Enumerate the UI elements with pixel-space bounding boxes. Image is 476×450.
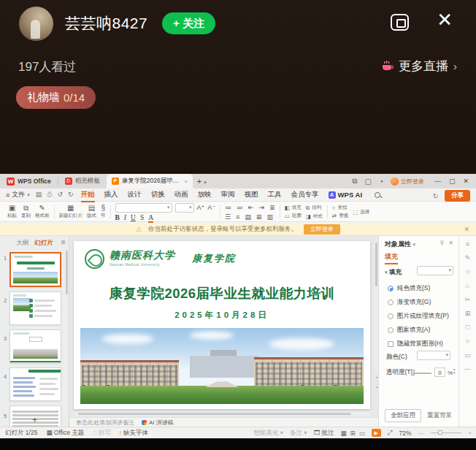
- normal-view-icon[interactable]: ▦: [341, 430, 347, 437]
- sorter-view-icon[interactable]: ⊞: [350, 430, 356, 437]
- reading-view-icon[interactable]: ▭: [359, 430, 365, 437]
- horizontal-scrollbar[interactable]: [74, 412, 371, 416]
- tab-insert[interactable]: 插入: [104, 190, 118, 199]
- copy-button[interactable]: ⧉复制: [21, 205, 31, 219]
- strip-icon-5[interactable]: ✂: [465, 296, 471, 303]
- zoom-slider-handle[interactable]: [438, 430, 442, 435]
- quick-style-button[interactable]: ◨样式: [306, 213, 323, 220]
- shape-fill-button[interactable]: ◧填充: [285, 205, 302, 211]
- select-button[interactable]: ⬚选择: [353, 209, 369, 216]
- more-livestreams-link[interactable]: 更多直播 ›: [380, 58, 457, 75]
- line-spacing-icon[interactable]: ≣: [269, 204, 275, 211]
- arrange-button[interactable]: ⧉排列: [306, 205, 323, 212]
- option-hide-background[interactable]: 隐藏背景图形(H): [388, 340, 443, 348]
- strip-icon-2[interactable]: ✎: [465, 254, 471, 262]
- section-button[interactable]: §节: [101, 205, 106, 219]
- panel-menu-icon[interactable]: ≣: [61, 239, 66, 245]
- notes-toggle[interactable]: 备注 ▾: [290, 429, 307, 438]
- main-slide[interactable]: 赣南医科大学 Gannan Medical University 康复学院 康复…: [74, 241, 370, 409]
- minimize-icon[interactable]: —: [434, 178, 441, 185]
- search-icon[interactable]: [375, 192, 380, 198]
- option-pattern-fill[interactable]: 图案填充(A): [388, 326, 430, 335]
- gift-wall-badge[interactable]: 礼物墙 0/14: [16, 86, 96, 109]
- strip-icon-10[interactable]: —: [464, 365, 471, 373]
- shadow-button[interactable]: S: [140, 214, 144, 221]
- opacity-stepper[interactable]: ▴▾: [453, 367, 456, 375]
- strip-icon-1[interactable]: ≡: [466, 240, 469, 248]
- tab-member[interactable]: 会员专享: [291, 190, 319, 199]
- shape-outline-button[interactable]: ▭轮廓: [285, 213, 302, 219]
- number-list-icon[interactable]: ≕: [237, 204, 243, 211]
- find-button[interactable]: ○查找: [332, 205, 348, 211]
- color-dropdown[interactable]: [417, 351, 450, 360]
- close-icon[interactable]: ✕: [437, 10, 453, 29]
- tab-review[interactable]: 审阅: [221, 190, 235, 199]
- opacity-slider-track[interactable]: [412, 373, 431, 374]
- italic-button[interactable]: I: [124, 214, 126, 221]
- layout-button[interactable]: ▤版式: [87, 205, 96, 219]
- paste-button[interactable]: ▣粘贴: [7, 205, 17, 219]
- tab-design[interactable]: 设计: [128, 190, 142, 199]
- slide-thumbnail-4[interactable]: [9, 367, 61, 401]
- align-left-icon[interactable]: ☰: [225, 213, 231, 221]
- zoom-level[interactable]: 72%: [399, 430, 412, 437]
- bold-button[interactable]: B: [115, 214, 120, 221]
- fill-preset-dropdown[interactable]: [417, 266, 453, 275]
- tab-transition[interactable]: 切换: [151, 190, 165, 199]
- play-slideshow-button[interactable]: ▶: [372, 429, 381, 437]
- tab-slides[interactable]: 幻灯片: [34, 239, 53, 248]
- account-entry[interactable]: 立即登录: [391, 178, 424, 186]
- format-painter-button[interactable]: ✎格式刷: [35, 205, 50, 219]
- properties-header[interactable]: 对象属性 ▾: [385, 240, 415, 249]
- follow-button[interactable]: + 关注: [162, 12, 215, 34]
- replace-button[interactable]: ⇄替换: [332, 213, 348, 219]
- slide-thumbnail-2[interactable]: [9, 291, 61, 325]
- file-menu[interactable]: ≡ 文件 ▾: [0, 190, 36, 199]
- tab-slideshow[interactable]: 放映: [198, 190, 212, 199]
- sync-icon[interactable]: ↻: [433, 192, 439, 200]
- maximize-icon[interactable]: ▢: [449, 178, 456, 185]
- tab-view[interactable]: 视图: [245, 190, 258, 199]
- print-icon[interactable]: ⎙: [47, 191, 52, 199]
- strip-icon-8[interactable]: ○: [466, 338, 469, 345]
- slide-thumbnail-1[interactable]: [9, 252, 61, 287]
- strip-icon-7[interactable]: □: [466, 324, 469, 331]
- panel-close-icon[interactable]: ✕: [448, 240, 453, 246]
- save-icon[interactable]: ▤: [36, 191, 42, 199]
- redo-icon[interactable]: ↻: [68, 191, 74, 199]
- window-close-icon[interactable]: ✕: [463, 178, 469, 185]
- share-button[interactable]: 分享: [445, 190, 470, 202]
- docer-template-tab[interactable]: D 稻壳模板: [58, 174, 107, 188]
- login-now-button[interactable]: 立即登录: [304, 224, 340, 234]
- tab-home[interactable]: 开始: [81, 190, 95, 199]
- option-picture-fill[interactable]: 图片或纹理填充(P): [388, 312, 449, 321]
- strip-icon-3[interactable]: ☆: [464, 268, 470, 275]
- outdent-icon[interactable]: ⇤: [248, 204, 254, 211]
- wps-home-tab[interactable]: W WPS Office: [0, 174, 58, 188]
- strip-icon-9[interactable]: ▭: [464, 351, 471, 359]
- apply-all-button[interactable]: 全部应用: [385, 409, 421, 422]
- font-name-select[interactable]: [115, 203, 172, 213]
- font-size-select[interactable]: [175, 203, 194, 213]
- new-tab-button[interactable]: + ▾: [197, 177, 207, 186]
- tab-animation[interactable]: 动画: [174, 190, 188, 199]
- fill-tab[interactable]: 填充: [385, 252, 398, 264]
- streamer-avatar[interactable]: [19, 7, 53, 41]
- globe-icon[interactable]: ◔: [379, 178, 383, 186]
- bullet-list-icon[interactable]: ≔: [225, 204, 231, 211]
- document-tab-close-icon[interactable]: ×: [184, 178, 188, 185]
- decrease-font-icon[interactable]: A⁻: [207, 204, 215, 211]
- document-tab[interactable]: P 康复学院2026届毕业生就业能力培训 ×: [107, 174, 193, 188]
- columns-icon[interactable]: ⊞: [256, 213, 262, 221]
- align-center-icon[interactable]: ≡: [236, 213, 239, 221]
- missing-fonts-indicator[interactable]: ! 缺失字体: [120, 429, 148, 438]
- increase-font-icon[interactable]: A⁺: [197, 204, 205, 211]
- tab-tools[interactable]: 工具: [268, 190, 282, 199]
- layout-switch-icon[interactable]: ⧉: [352, 177, 357, 186]
- slide-thumbnail-3[interactable]: [9, 329, 61, 363]
- notice-close-icon[interactable]: ✕: [464, 226, 469, 233]
- undo-icon[interactable]: ↺: [58, 191, 64, 199]
- underline-button[interactable]: U: [131, 214, 136, 221]
- opacity-value-input[interactable]: 0: [434, 367, 445, 377]
- ai-speech-button[interactable]: AI 演讲稿: [142, 419, 174, 427]
